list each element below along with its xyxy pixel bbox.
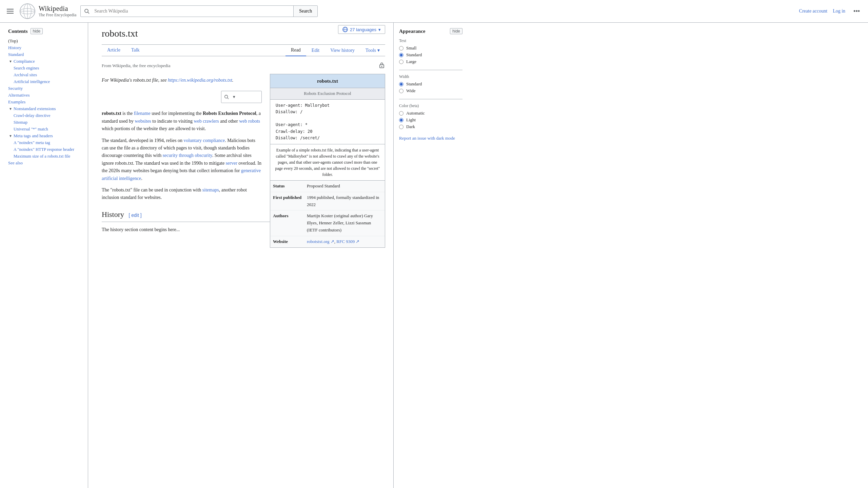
width-standard-label[interactable]: Standard (406, 81, 422, 87)
toc-link-standard[interactable]: Standard (8, 52, 24, 57)
wikipedia-title: Wikipedia The Free Encyclopedia (39, 5, 76, 18)
toc-link-see-also[interactable]: See also (8, 160, 23, 165)
toc-link-meta-tags[interactable]: Meta tags and headers (14, 133, 53, 139)
report-dark-mode-link[interactable]: Report an issue with dark mode (399, 135, 462, 142)
infobox-label-authors: Authors (273, 212, 307, 233)
infobox-row-website: Website robotstxt.org ↗, RFC 9309 ↗ (270, 236, 385, 247)
history-edit-link[interactable]: [ edit ] (129, 212, 142, 218)
tools-label: Tools (366, 48, 376, 53)
width-standard-option: Standard (399, 81, 462, 87)
filename-link[interactable]: filename (134, 111, 151, 116)
toc-title-text: Contents (8, 28, 28, 34)
color-dark-radio[interactable] (399, 125, 403, 129)
infobox: robots.txt Robots Exclusion Protocol Use… (270, 74, 385, 248)
appearance-color-section: Color (beta) Automatic Light Dark (399, 103, 462, 129)
width-wide-radio[interactable] (399, 89, 403, 93)
overlay-dropdown-icon: ▾ (233, 94, 235, 101)
wikipedia-logo-link[interactable]: Wikipedia The Free Encyclopedia (19, 3, 76, 20)
tab-talk[interactable]: Talk (126, 45, 145, 56)
search-button[interactable]: Search (293, 6, 317, 17)
color-light-radio[interactable] (399, 118, 403, 122)
toc-collapse-nonstandard[interactable]: ▾ (8, 106, 13, 111)
languages-button[interactable]: 27 languages ▾ (338, 25, 385, 34)
search-input[interactable] (93, 6, 293, 17)
gen-ai-link[interactable]: generative artificial intelligence (102, 168, 261, 181)
color-light-label[interactable]: Light (406, 117, 416, 123)
toc-link-noindex-http[interactable]: A "noindex" HTTP response header (14, 147, 74, 152)
tab-view-history[interactable]: View history (325, 45, 360, 56)
lock-icon (378, 62, 385, 70)
toc-link-history[interactable]: History (8, 45, 21, 50)
infobox-robotstxt-link[interactable]: robotstxt.org ↗ (307, 239, 334, 244)
toc-link-security[interactable]: Security (8, 86, 23, 91)
toc-item-standard: Standard (8, 52, 82, 57)
toc-link-crawl-delay[interactable]: Crawl-delay directive (14, 113, 51, 118)
toc-link-examples[interactable]: Examples (8, 99, 25, 104)
sitemaps-link[interactable]: sitemaps (202, 187, 219, 192)
appearance-title-text: Appearance (399, 28, 426, 34)
languages-count: 27 languages (350, 27, 376, 32)
from-wikipedia: From Wikipedia, the free encyclopedia (102, 62, 385, 70)
text-size-small-radio[interactable] (399, 46, 403, 50)
italic-note-text: For Wikipedia's robots.txt file, see htt… (102, 78, 233, 83)
toc-meta-tags-row: ▾ Meta tags and headers (8, 133, 82, 139)
text-size-small-label[interactable]: Small (406, 45, 416, 51)
more-options-button[interactable]: ••• (851, 6, 863, 16)
width-wide-label[interactable]: Wide (406, 88, 416, 94)
text-size-standard-label[interactable]: Standard (406, 52, 422, 58)
toc-link-max-size[interactable]: Maximum size of a robots.txt file (14, 154, 70, 159)
text-size-standard-option: Standard (399, 52, 462, 58)
menu-button[interactable] (5, 7, 15, 15)
websites-link[interactable]: websites (135, 119, 151, 124)
toc-link-nonstandard[interactable]: Nonstandard extensions (14, 106, 56, 111)
toc-link-sitemap[interactable]: Sitemap (14, 120, 27, 125)
tab-article[interactable]: Article (102, 45, 126, 56)
text-size-small-option: Small (399, 45, 462, 51)
create-account-link[interactable]: Create account (799, 8, 828, 14)
appearance-width-section: Width Standard Wide (399, 74, 462, 94)
text-size-large-label[interactable]: Large (406, 59, 416, 64)
text-size-large-radio[interactable] (399, 60, 403, 64)
web-crawlers-link[interactable]: web crawlers (194, 119, 219, 124)
toc-collapse-meta-tags[interactable]: ▾ (8, 134, 13, 138)
toc-link-top[interactable]: (Top) (8, 38, 18, 43)
toc-item-archival-sites: Archival sites (14, 72, 82, 78)
toc-link-search-engines[interactable]: Search engines (14, 66, 39, 70)
infobox-rfc9309-link[interactable]: RFC 9309 ↗ (336, 239, 359, 244)
tab-read[interactable]: Read (285, 45, 306, 56)
toc-link-artificial-intelligence[interactable]: Artificial intelligence (14, 79, 50, 84)
toc-item-nonstandard: ▾ Nonstandard extensions Crawl-delay dir… (8, 106, 82, 132)
svg-line-13 (228, 98, 229, 99)
infobox-caption: Example of a simple robots.txt file, ind… (270, 144, 385, 181)
toc-hide-button[interactable]: hide (31, 28, 43, 34)
width-standard-radio[interactable] (399, 82, 403, 86)
tab-edit[interactable]: Edit (306, 45, 325, 56)
article-search-overlay: ▾ (221, 91, 262, 103)
voluntary-compliance-link[interactable]: voluntary compliance (183, 138, 225, 143)
security-obscurity-link[interactable]: security through obscurity (163, 153, 212, 158)
appearance-hide-button[interactable]: hide (450, 28, 462, 34)
toc-link-archival-sites[interactable]: Archival sites (14, 73, 37, 77)
color-automatic-label[interactable]: Automatic (406, 110, 425, 116)
toc-link-universal-match[interactable]: Universal "*" match (14, 127, 48, 131)
svg-point-12 (225, 95, 228, 98)
toc-link-compliance[interactable]: Compliance (14, 59, 35, 64)
server-link[interactable]: server (226, 161, 237, 166)
robots-txt-bold: robots.txt (102, 111, 121, 116)
tools-dropdown[interactable]: Tools ▾ (360, 45, 385, 56)
infobox-row-status: Status Proposed Standard (270, 181, 385, 192)
color-dark-label[interactable]: Dark (406, 124, 415, 129)
robots-exclusion-protocol-bold: Robots Exclusion Protocol (203, 111, 256, 116)
toc-link-alternatives[interactable]: Alternatives (8, 93, 30, 98)
toc-link-noindex-meta[interactable]: A "noindex" meta tag (14, 140, 50, 145)
web-robots-link[interactable]: web robots (239, 119, 260, 124)
log-in-link[interactable]: Log in (833, 8, 845, 14)
history-heading-text: History (102, 210, 124, 219)
infobox-value-authors: Martijn Koster (original author) Gary Il… (307, 212, 382, 233)
color-automatic-radio[interactable] (399, 111, 403, 116)
toc-collapse-compliance[interactable]: ▾ (8, 59, 13, 64)
article-main: robots.txt 27 languages ▾ Article Talk R… (88, 23, 393, 488)
robots-txt-link[interactable]: https://en.wikipedia.org/robots.txt (168, 78, 232, 83)
text-size-standard-radio[interactable] (399, 53, 403, 57)
chevron-down-icon: ▾ (378, 27, 381, 32)
